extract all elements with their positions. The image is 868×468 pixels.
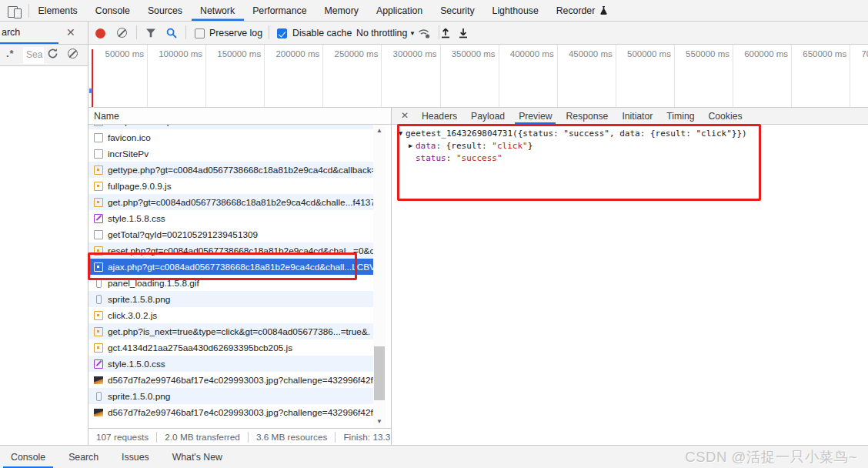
request-row[interactable]: fullpage.9.0.9.js — [88, 178, 373, 194]
request-row[interactable]: ajax.php?gt=c0084ad0567738668c18a81b2e9c… — [88, 259, 373, 275]
drawer-tab-issues[interactable]: Issues — [114, 446, 157, 468]
resource-type-icon — [94, 230, 103, 239]
block-circle — [68, 48, 78, 58]
timeline-tick-label: 350000 ms — [442, 49, 496, 58]
network-overview[interactable]: 50000 ms100000 ms150000 ms200000 ms25000… — [88, 45, 868, 108]
request-row[interactable]: sprite.1.5.8.png — [88, 291, 373, 307]
request-row[interactable]: gettype.php?gt=c0084ad0567738668c18a81b2… — [88, 162, 373, 178]
preview-segment: "success" — [456, 153, 502, 163]
detail-tab-headers[interactable]: Headers — [418, 108, 461, 124]
resource-type-icon — [94, 214, 103, 223]
drawer-tab-search[interactable]: Search — [61, 446, 106, 468]
request-row[interactable]: d567d7fa2e99746baf17e4c029993003.jpg?cha… — [88, 404, 373, 420]
preview-line[interactable]: ▼geetest_1643269804731({status: "success… — [399, 129, 747, 139]
tab-network[interactable]: Network — [192, 0, 244, 21]
clear-network-log-button[interactable] — [117, 28, 127, 38]
timeline-gridline — [733, 45, 733, 108]
tab-console[interactable]: Console — [86, 0, 139, 21]
record-button[interactable] — [95, 28, 105, 38]
scrollbar[interactable]: ▲ ▼ — [373, 125, 386, 428]
request-row[interactable]: gct.4134d21aa275aa430d62693395bcb205.js — [88, 339, 373, 356]
tab-sources[interactable]: Sources — [139, 0, 191, 21]
timeline-gridline — [850, 45, 850, 108]
request-row[interactable]: reset.php?gt=c0084ad0567738668c18a81b2e9… — [88, 242, 373, 259]
resource-type-icon — [94, 359, 103, 369]
detail-tab-cookies[interactable]: Cookies — [704, 108, 746, 124]
detail-tabbar: ✕ HeadersPayloadPreviewResponseInitiator… — [392, 108, 868, 125]
request-row[interactable]: getTotal?qyId=002105291239451309 — [88, 226, 373, 242]
detail-tab-payload[interactable]: Payload — [467, 108, 509, 124]
request-name: d567d7fa2e99746baf17e4c029993003.jpg?cha… — [108, 375, 373, 386]
preview-segment: "click" — [492, 141, 527, 151]
expanded-arrow-icon[interactable]: ▼ — [399, 129, 406, 137]
request-name: panel_loading.1.5.8.gif — [108, 278, 199, 289]
block-icon[interactable] — [68, 48, 78, 58]
request-row[interactable]: sprite.1.5.0.png — [88, 388, 373, 404]
request-row[interactable]: style.1.5.8.css — [88, 210, 373, 226]
request-row[interactable]: get.php?gt=c0084ad0567738668c18a81b2e9ca… — [88, 194, 373, 210]
search-drawer-field[interactable]: Sea — [23, 47, 44, 64]
export-har-icon[interactable] — [458, 27, 469, 39]
toolbar-separator — [269, 25, 269, 39]
request-row[interactable]: style.1.5.0.css — [88, 356, 373, 372]
tab-security[interactable]: Security — [432, 0, 483, 21]
toggle-device-toolbar-button[interactable] — [0, 4, 29, 18]
filter-button[interactable] — [145, 28, 156, 38]
preserve-log-checkbox[interactable] — [195, 28, 205, 38]
throttling-select[interactable]: No throttling — [356, 28, 407, 38]
search-network-button[interactable] — [166, 28, 177, 38]
name-column-header[interactable]: Name — [88, 108, 391, 125]
refresh-icon[interactable] — [47, 48, 58, 59]
scroll-up-arrow[interactable]: ▲ — [373, 125, 386, 137]
request-row[interactable]: panel_loading.1.5.8.gif — [88, 275, 373, 291]
network-conditions-icon[interactable] — [418, 28, 431, 39]
scrollbar-thumb[interactable] — [374, 346, 385, 400]
collapsed-arrow-icon[interactable]: ▶ — [409, 142, 416, 149]
tab-performance[interactable]: Performance — [244, 0, 315, 21]
timeline-gridline — [205, 45, 206, 108]
regex-toggle[interactable]: .* — [6, 48, 15, 59]
detail-tab-preview[interactable]: Preview — [515, 108, 556, 124]
scroll-down-arrow[interactable]: ▼ — [373, 416, 386, 428]
search-drawer-input[interactable]: arch — [2, 27, 20, 38]
request-row[interactable]: click.3.0.2.js — [88, 307, 373, 323]
timeline-gridline — [381, 45, 382, 108]
import-har-icon[interactable] — [440, 27, 451, 39]
timeline-tick-label: 600000 ms — [735, 49, 788, 58]
request-name: reset.php?gt=c0084ad0567738668c18a81b2e9… — [108, 246, 373, 256]
drawer-tab-what-s-new[interactable]: What's New — [165, 446, 230, 468]
detail-tab-initiator[interactable]: Initiator — [618, 108, 656, 124]
timeline-tick-label: 200000 ms — [266, 49, 319, 58]
timeline-tick-label: 150000 ms — [208, 49, 261, 58]
timeline-gridline — [674, 45, 675, 108]
request-row[interactable]: d567d7fa2e99746baf17e4c029993003.jpg?cha… — [88, 372, 373, 388]
tab-memory[interactable]: Memory — [315, 0, 367, 21]
resource-type-icon — [94, 149, 103, 159]
resource-type-icon — [94, 311, 103, 320]
request-row[interactable]: get.php?is_next=true&type=click&gt=c0084… — [88, 323, 373, 339]
timeline-gridline — [557, 45, 558, 108]
clear-icon — [117, 28, 127, 38]
search-clear-icon[interactable]: ✕ — [66, 26, 75, 38]
preview-line[interactable]: ▶data: {result: "click"} — [399, 141, 532, 151]
resource-type-icon — [94, 376, 103, 385]
disable-cache-checkbox[interactable] — [277, 28, 287, 38]
detail-tab-timing[interactable]: Timing — [663, 108, 698, 124]
timeline-gridline — [147, 45, 148, 108]
detail-tab-response[interactable]: Response — [562, 108, 612, 124]
resource-type-icon — [94, 198, 103, 207]
close-details-icon[interactable]: ✕ — [395, 108, 415, 124]
timeline-gridline — [616, 45, 616, 108]
tab-elements[interactable]: Elements — [29, 0, 86, 21]
timeline-gridline — [499, 45, 499, 108]
drawer-tab-console[interactable]: Console — [3, 446, 53, 468]
request-row[interactable]: favicon.ico — [88, 129, 373, 145]
timeline-tick-label: 550000 ms — [676, 49, 729, 58]
tab-lighthouse[interactable]: Lighthouse — [483, 0, 547, 21]
timeline-gridline — [440, 45, 441, 108]
request-name: click.3.0.2.js — [108, 310, 157, 321]
summary-item: 3.6 MB resources — [248, 432, 335, 443]
request-row[interactable]: incrSitePv — [88, 145, 373, 162]
tab-application[interactable]: Application — [367, 0, 431, 21]
tab-recorder[interactable]: Recorder — [547, 0, 604, 21]
